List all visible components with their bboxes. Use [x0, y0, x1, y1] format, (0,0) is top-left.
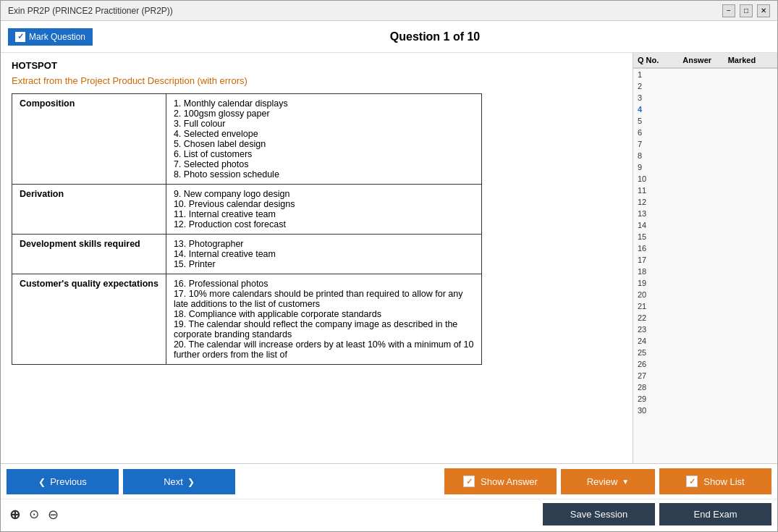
sidebar-question-number: 6 [638, 128, 682, 137]
sidebar: Q No. Answer Marked 12345678910111213141… [633, 53, 777, 463]
sidebar-col-answer: Answer [682, 56, 727, 64]
sidebar-question-row[interactable]: 29 [633, 393, 777, 405]
minimize-button[interactable]: − [722, 4, 735, 17]
sidebar-question-marked [728, 151, 773, 160]
sidebar-question-number: 8 [638, 151, 682, 160]
sidebar-question-number: 4 [638, 105, 682, 114]
mark-question-button[interactable]: Mark Question [8, 28, 93, 46]
question-title: Question 1 of 10 [100, 30, 770, 43]
show-answer-checkbox-icon [463, 476, 475, 487]
sidebar-question-marked [728, 128, 773, 137]
table-cell-items: 9. New company logo design 10. Previous … [166, 185, 481, 235]
title-bar: Exin PR2P (PRINCE2 Practitioner (PR2P)) … [1, 1, 777, 21]
sidebar-question-row[interactable]: 28 [633, 381, 777, 393]
sidebar-question-row[interactable]: 11 [633, 185, 777, 196]
sidebar-question-row[interactable]: 24 [633, 335, 777, 347]
sidebar-question-number: 5 [638, 117, 682, 125]
bottom-bar2: 🔍 🔍 Save Session End Exam [1, 499, 777, 531]
close-button[interactable]: ✕ [757, 4, 770, 17]
sidebar-question-row[interactable]: 6 [633, 127, 777, 138]
sidebar-question-answer [682, 360, 727, 368]
show-answer-button[interactable]: Show Answer [444, 468, 557, 494]
sidebar-question-row[interactable]: 20 [633, 289, 777, 300]
sidebar-question-row[interactable]: 16 [633, 242, 777, 254]
sidebar-question-row[interactable]: 13 [633, 208, 777, 219]
save-session-button[interactable]: Save Session [543, 503, 655, 525]
sidebar-question-row[interactable]: 9 [633, 161, 777, 173]
sidebar-question-answer [682, 394, 727, 403]
sidebar-question-marked [728, 337, 773, 345]
sidebar-question-number: 13 [638, 209, 682, 218]
zoom-out-button[interactable]: 🔍 [45, 505, 62, 524]
sidebar-question-row[interactable]: 12 [633, 196, 777, 208]
sidebar-question-number: 9 [638, 163, 682, 172]
content-area: HOTSPOT Extract from the Project Product… [1, 53, 633, 463]
zoom-normal-button[interactable]: 🔍 [26, 505, 42, 524]
table-cell-heading: Customer's quality expectations [12, 274, 166, 365]
sidebar-question-row[interactable]: 14 [633, 219, 777, 231]
sidebar-question-row[interactable]: 22 [633, 312, 777, 324]
sidebar-question-marked [728, 221, 773, 229]
sidebar-question-row[interactable]: 23 [633, 324, 777, 335]
sidebar-question-row[interactable]: 27 [633, 370, 777, 381]
sidebar-question-number: 24 [638, 337, 682, 345]
sidebar-question-answer [682, 93, 727, 102]
sidebar-question-row[interactable]: 1 [633, 69, 777, 80]
sidebar-question-row[interactable]: 15 [633, 231, 777, 242]
sidebar-question-row[interactable]: 10 [633, 173, 777, 185]
sidebar-question-answer [682, 105, 727, 114]
sidebar-question-row[interactable]: 7 [633, 138, 777, 150]
sidebar-question-marked [728, 267, 773, 276]
sidebar-question-number: 18 [638, 267, 682, 276]
sidebar-question-row[interactable]: 8 [633, 150, 777, 161]
bottom-bar: Previous Next Show Answer Review ▼ Show … [1, 463, 777, 531]
sidebar-question-number: 21 [638, 302, 682, 311]
sidebar-question-row[interactable]: 4 [633, 104, 777, 115]
show-list-button[interactable]: Show List [659, 468, 771, 494]
hotspot-label: HOTSPOT [12, 60, 622, 71]
next-button[interactable]: Next [123, 469, 235, 494]
next-label: Next [164, 476, 183, 487]
sidebar-question-marked [728, 406, 773, 415]
sidebar-question-row[interactable]: 17 [633, 254, 777, 266]
sidebar-question-row[interactable]: 26 [633, 358, 777, 370]
sidebar-question-number: 27 [638, 371, 682, 380]
sidebar-question-marked [728, 348, 773, 357]
sidebar-col-qno: Q No. [638, 56, 682, 64]
sidebar-question-row[interactable]: 3 [633, 92, 777, 104]
table-cell-items: 13. Photographer 14. Internal creative t… [166, 235, 481, 274]
sidebar-question-row[interactable]: 5 [633, 115, 777, 127]
show-list-checkbox-icon [686, 476, 698, 487]
mark-question-label: Mark Question [29, 32, 85, 42]
sidebar-question-answer [682, 267, 727, 276]
table-cell-items: 16. Professional photos 17. 10% more cal… [166, 274, 481, 365]
table-cell-heading: Composition [12, 94, 166, 185]
sidebar-question-number: 20 [638, 290, 682, 299]
table-cell-heading: Development skills required [12, 235, 166, 274]
sidebar-question-marked [728, 174, 773, 183]
sidebar-question-marked [728, 394, 773, 403]
review-button[interactable]: Review ▼ [561, 469, 655, 494]
sidebar-question-marked [728, 232, 773, 241]
sidebar-question-row[interactable]: 21 [633, 300, 777, 312]
sidebar-question-answer [682, 256, 727, 264]
sidebar-question-number: 12 [638, 198, 682, 206]
sidebar-question-marked [728, 209, 773, 218]
sidebar-question-row[interactable]: 30 [633, 405, 777, 416]
table-cell-items: 1. Monthly calendar displays 2. 100gsm g… [166, 94, 481, 185]
sidebar-question-row[interactable]: 25 [633, 347, 777, 358]
end-exam-button[interactable]: End Exam [659, 503, 771, 525]
sidebar-question-answer [682, 140, 727, 148]
zoom-in-button[interactable] [7, 505, 23, 524]
sidebar-question-row[interactable]: 19 [633, 277, 777, 289]
toolbar: Mark Question Question 1 of 10 [1, 21, 777, 53]
sidebar-question-answer [682, 279, 727, 287]
sidebar-question-answer [682, 244, 727, 253]
sidebar-question-row[interactable]: 2 [633, 80, 777, 92]
sidebar-scroll[interactable]: 1234567891011121314151617181920212223242… [633, 68, 777, 437]
previous-button[interactable]: Previous [7, 469, 119, 494]
sidebar-question-number: 15 [638, 232, 682, 241]
previous-label: Previous [50, 476, 87, 487]
maximize-button[interactable]: □ [740, 4, 753, 17]
sidebar-question-row[interactable]: 18 [633, 266, 777, 277]
